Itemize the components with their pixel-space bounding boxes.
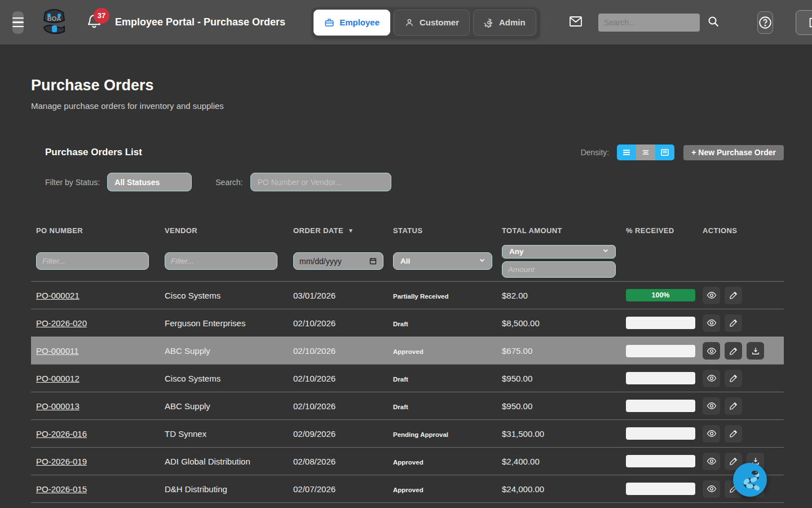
list-icon — [621, 147, 632, 157]
eye-icon — [707, 401, 717, 411]
received-cell — [621, 427, 698, 440]
tab-admin[interactable]: Admin — [473, 10, 536, 36]
table-row[interactable]: PO-000012Cisco Systems02/10/2026Draft$95… — [31, 365, 784, 392]
amount-operator-select[interactable]: Any — [502, 245, 616, 259]
view-button[interactable] — [703, 453, 720, 470]
order-date-filter-input[interactable]: mm/dd/yyyy — [293, 252, 383, 270]
received-cell — [621, 372, 698, 384]
po-link[interactable]: PO-2026-020 — [36, 318, 87, 328]
column-header-po[interactable]: PO NUMBER — [31, 226, 160, 235]
help-button[interactable] — [757, 11, 773, 34]
order-date-cell: 02/10/2026 — [288, 346, 388, 356]
received-progress-bar — [626, 372, 695, 384]
view-button[interactable] — [703, 397, 720, 415]
status-column-filter-select[interactable]: All — [393, 252, 492, 270]
status-cell: Pending Approval — [388, 429, 497, 439]
actions-cell — [698, 314, 784, 332]
po-number-cell: PO-000011 — [31, 346, 160, 356]
table-row[interactable]: PO-2026-016TD Synnex02/09/2026Pending Ap… — [31, 420, 784, 448]
view-button[interactable] — [703, 342, 720, 360]
view-button[interactable] — [703, 425, 720, 443]
column-header-order-date[interactable]: ORDER DATE▼ — [288, 226, 388, 235]
table-row[interactable]: PO-2026-020Ferguson Enterprises02/10/202… — [31, 309, 784, 337]
table-row[interactable]: PO-000021Cisco Systems03/01/2026Partiall… — [31, 282, 784, 309]
po-link[interactable]: PO-000012 — [36, 374, 80, 383]
po-number-cell: PO-000012 — [31, 374, 160, 383]
table-row[interactable]: PO-2026-019ADI Global Distribution02/08/… — [31, 448, 784, 475]
actions-cell — [698, 342, 784, 360]
edit-button[interactable] — [725, 425, 742, 443]
po-number-cell: PO-2026-020 — [31, 318, 160, 328]
status-cell: Draft — [388, 318, 497, 328]
page-title: Purchase Orders — [31, 77, 784, 94]
po-link[interactable]: PO-000021 — [36, 291, 80, 300]
po-link[interactable]: PO-2026-019 — [36, 457, 87, 466]
search-icon[interactable] — [707, 15, 720, 30]
column-header-total[interactable]: TOTAL AMOUNT — [497, 226, 621, 235]
total-amount-cell: $31,500.00 — [497, 429, 621, 439]
actions-cell — [698, 370, 784, 387]
total-amount-cell: $675.00 — [497, 346, 621, 356]
edit-button[interactable] — [725, 342, 742, 360]
assistant-fab[interactable] — [733, 463, 767, 497]
status-filter-select[interactable]: All Statuses — [107, 173, 192, 191]
card-view-icon — [660, 147, 670, 157]
po-link[interactable]: PO-000011 — [36, 346, 79, 356]
po-link[interactable]: PO-000013 — [36, 401, 80, 411]
pencil-icon — [729, 290, 739, 300]
view-button[interactable] — [703, 314, 720, 332]
vendor-cell: Cisco Systems — [160, 291, 288, 300]
mail-icon[interactable] — [568, 15, 584, 30]
view-button[interactable] — [703, 287, 720, 304]
column-header-received[interactable]: % RECEIVED — [621, 226, 698, 235]
column-header-vendor[interactable]: VENDOR — [160, 226, 288, 235]
chevron-down-icon — [478, 256, 486, 266]
edit-button[interactable] — [725, 370, 742, 387]
po-link[interactable]: PO-2026-016 — [36, 429, 87, 439]
po-number-filter-input[interactable] — [36, 252, 149, 270]
edit-button[interactable] — [725, 287, 742, 304]
view-button[interactable] — [703, 370, 720, 387]
status-filter-label: Filter by Status: — [45, 178, 100, 187]
received-progress-bar — [626, 345, 695, 357]
pencil-icon — [729, 428, 739, 439]
eye-icon — [707, 290, 717, 300]
tab-customer[interactable]: Customer — [394, 10, 470, 36]
global-search-input[interactable] — [598, 14, 700, 32]
new-purchase-order-button[interactable]: + New Purchase Order — [683, 145, 784, 160]
column-header-actions: ACTIONS — [698, 226, 784, 235]
total-amount-cell: $2,400.00 — [497, 457, 621, 466]
amount-filter-input[interactable] — [502, 261, 616, 278]
density-compact-button[interactable] — [636, 144, 655, 160]
column-header-status[interactable]: STATUS — [388, 226, 497, 235]
edit-button[interactable] — [725, 314, 742, 332]
order-date-cell: 03/01/2026 — [288, 291, 388, 300]
tab-label: Customer — [420, 17, 459, 27]
density-comfortable-button[interactable] — [617, 144, 636, 160]
table-row[interactable]: PO-000013ABC Supply02/10/2026Draft$950.0… — [31, 392, 784, 420]
calendar-icon[interactable] — [369, 257, 377, 267]
hamburger-menu-button[interactable] — [12, 11, 24, 34]
logout-button[interactable]: Logout — [796, 10, 812, 35]
view-button[interactable] — [703, 480, 720, 498]
density-card-button[interactable] — [655, 144, 674, 160]
edit-button[interactable] — [725, 397, 742, 415]
eye-icon — [707, 346, 717, 356]
download-button[interactable] — [747, 342, 764, 360]
vendor-filter-input[interactable] — [165, 252, 277, 270]
table-row[interactable]: PO-2026-015D&H Distributing02/07/2026App… — [31, 475, 784, 503]
po-link[interactable]: PO-2026-015 — [36, 484, 87, 494]
po-vendor-search-input[interactable] — [250, 173, 391, 191]
download-icon — [751, 346, 761, 356]
table-row[interactable]: PO-000011ABC Supply02/10/2026Approved$67… — [31, 337, 784, 365]
notifications-bell[interactable]: 37 — [86, 11, 103, 34]
boa-logo: BOA — [39, 8, 69, 37]
pencil-icon — [729, 318, 739, 328]
tab-employee[interactable]: Employee — [314, 10, 390, 36]
status-badge: Draft — [393, 321, 408, 327]
eye-icon — [707, 428, 717, 439]
app-title: Employee Portal - Purchase Orders — [115, 16, 285, 28]
help-icon — [758, 15, 773, 30]
pencil-icon — [729, 456, 739, 466]
vendor-cell: TD Synnex — [160, 429, 288, 439]
